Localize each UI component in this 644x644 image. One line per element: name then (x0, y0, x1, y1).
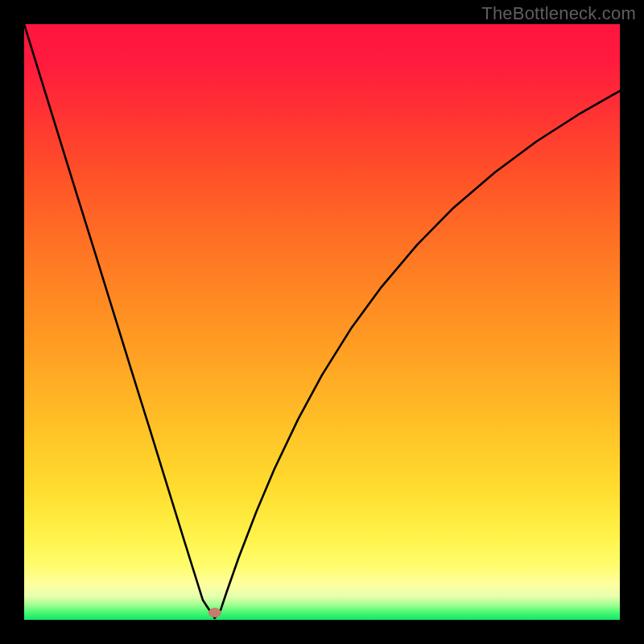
chart-frame: TheBottleneck.com (0, 0, 644, 644)
plot-background-gradient (24, 24, 620, 620)
bottleneck-curve (24, 24, 620, 618)
plot-svg (24, 24, 620, 620)
minimum-marker (208, 608, 221, 617)
watermark-text: TheBottleneck.com (481, 3, 636, 24)
